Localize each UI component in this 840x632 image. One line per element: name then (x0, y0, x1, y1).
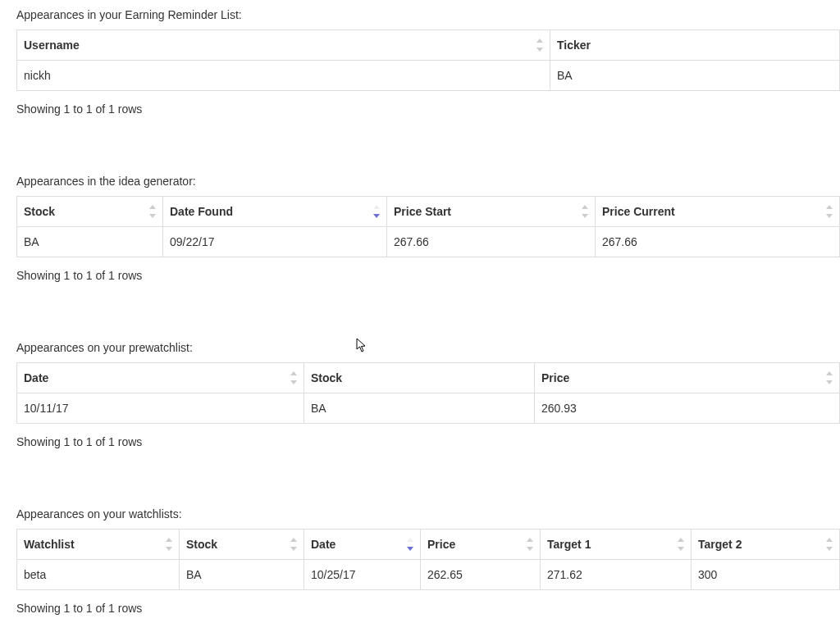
table-footer: Showing 1 to 1 of 1 rows (16, 102, 840, 116)
earning-table: Username Ticker nickh BA (16, 30, 840, 91)
table-header-row: Username Ticker (17, 30, 840, 61)
column-header-target1[interactable]: Target 1 (541, 530, 692, 560)
cell-stock: BA (304, 393, 535, 424)
section-caption: Appearances in the idea generator: (16, 175, 840, 188)
table-row: nickh BA (17, 61, 840, 91)
column-header-date[interactable]: Date (304, 530, 421, 560)
sort-icon (582, 205, 590, 218)
column-header-label: Stock (24, 205, 55, 218)
table-footer: Showing 1 to 1 of 1 rows (16, 602, 840, 615)
column-header-stock[interactable]: Stock (304, 363, 535, 393)
column-header-label: Ticker (557, 39, 591, 52)
section-caption: Appearances in your Earning Reminder Lis… (16, 8, 840, 21)
cell-price-start: 267.66 (387, 227, 596, 257)
sort-desc-icon (373, 205, 381, 218)
section-caption: Appearances on your watchlists: (16, 507, 840, 521)
sort-icon (826, 538, 834, 551)
column-header-price[interactable]: Price (421, 530, 541, 560)
cell-date: 10/11/17 (17, 393, 304, 424)
cell-watchlist: beta (17, 560, 180, 590)
column-header-date-found[interactable]: Date Found (163, 197, 387, 227)
cell-target2: 300 (692, 560, 840, 590)
section-prewatchlist: Appearances on your prewatchlist: Date S… (16, 341, 840, 448)
column-header-label: Price (541, 371, 569, 384)
column-header-label: Price Start (394, 205, 451, 218)
column-header-ticker[interactable]: Ticker (550, 30, 840, 61)
table-header-row: Watchlist Stock Date Price Target 1 (17, 530, 840, 560)
column-header-label: Stock (186, 538, 217, 551)
sort-icon (166, 538, 174, 551)
sort-icon (527, 538, 535, 551)
prewatch-table: Date Stock Price 10/11/17 BA 260.93 (16, 362, 840, 424)
table-header-row: Stock Date Found Price Start Price Curre… (17, 197, 840, 227)
section-idea-generator: Appearances in the idea generator: Stock… (16, 175, 840, 282)
sort-icon (826, 371, 834, 384)
column-header-label: Stock (311, 371, 342, 384)
column-header-label: Price Current (602, 205, 675, 218)
column-header-label: Price (427, 538, 455, 551)
table-footer: Showing 1 to 1 of 1 rows (16, 435, 840, 448)
table-row: beta BA 10/25/17 262.65 271.62 300 (17, 560, 840, 590)
sort-icon (536, 39, 545, 52)
column-header-target2[interactable]: Target 2 (692, 530, 840, 560)
cell-username: nickh (17, 61, 550, 91)
column-header-label: Watchlist (24, 538, 75, 551)
column-header-username[interactable]: Username (17, 30, 550, 61)
idea-table: Stock Date Found Price Start Price Curre… (16, 196, 840, 257)
column-header-watchlist[interactable]: Watchlist (17, 530, 180, 560)
section-caption: Appearances on your prewatchlist: (16, 341, 840, 354)
cell-price-current: 267.66 (596, 227, 840, 257)
cell-target1: 271.62 (541, 560, 692, 590)
table-footer: Showing 1 to 1 of 1 rows (16, 269, 840, 282)
column-header-date[interactable]: Date (17, 363, 304, 393)
column-header-stock[interactable]: Stock (180, 530, 304, 560)
cell-stock: BA (180, 560, 304, 590)
sort-icon (290, 538, 299, 551)
column-header-label: Date (24, 371, 48, 384)
table-header-row: Date Stock Price (17, 363, 840, 393)
column-header-price[interactable]: Price (535, 363, 840, 393)
watch-table: Watchlist Stock Date Price Target 1 (16, 529, 840, 590)
table-row: BA 09/22/17 267.66 267.66 (17, 227, 840, 257)
sort-icon (290, 371, 299, 384)
column-header-label: Date Found (170, 205, 233, 218)
column-header-price-start[interactable]: Price Start (387, 197, 596, 227)
sort-icon (678, 538, 686, 551)
sort-icon (149, 205, 158, 218)
column-header-label: Username (24, 39, 80, 52)
cell-ticker: BA (550, 61, 840, 91)
section-earning-reminder: Appearances in your Earning Reminder Lis… (16, 8, 840, 116)
column-header-label: Date (311, 538, 336, 551)
column-header-label: Target 2 (698, 538, 742, 551)
sort-icon (826, 205, 834, 218)
column-header-stock[interactable]: Stock (17, 197, 163, 227)
table-row: 10/11/17 BA 260.93 (17, 393, 840, 424)
column-header-label: Target 1 (547, 538, 591, 551)
cell-price: 262.65 (421, 560, 541, 590)
column-header-price-current[interactable]: Price Current (596, 197, 840, 227)
section-watchlists: Appearances on your watchlists: Watchlis… (16, 507, 840, 615)
cell-date: 10/25/17 (304, 560, 421, 590)
cell-price: 260.93 (535, 393, 840, 424)
cell-stock: BA (17, 227, 163, 257)
sort-desc-icon (407, 538, 415, 551)
cell-date-found: 09/22/17 (163, 227, 387, 257)
